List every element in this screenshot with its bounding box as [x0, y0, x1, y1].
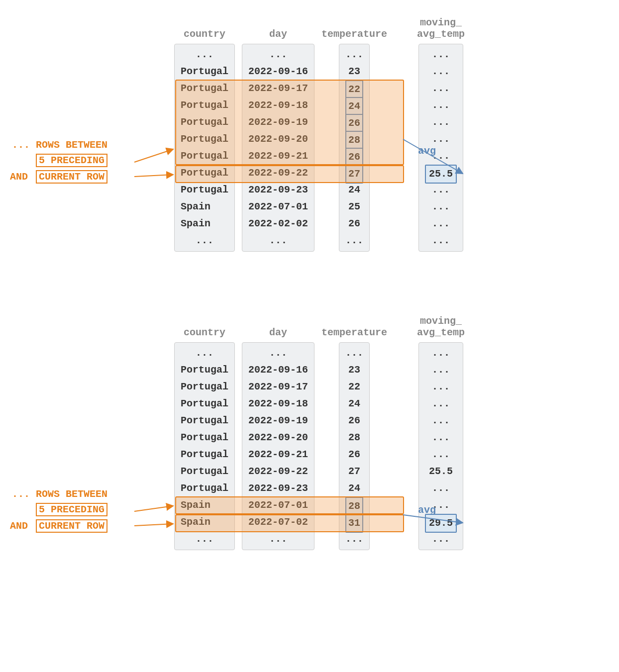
day-cell: ... — [242, 46, 314, 63]
preceding-label: 5 PRECEDING — [36, 503, 107, 516]
day-cell: 2022-09-20 — [242, 429, 314, 446]
day-cell: 2022-09-19 — [242, 412, 314, 429]
temperature-cell: 28 — [339, 497, 369, 514]
country-cell: Portugal — [175, 148, 234, 165]
temperature-cell: 24 — [339, 480, 369, 497]
svg-line-4 — [134, 524, 173, 526]
column-day: day ...2022-09-162022-09-172022-09-18202… — [242, 308, 314, 550]
day-cell: 2022-07-01 — [242, 497, 314, 514]
window-clause-labels: ... ROWS BETWEEN 5 PRECEDING AND CURRENT… — [10, 139, 107, 187]
country-cell: Portugal — [175, 429, 234, 446]
temperature-cell: 22 — [339, 80, 369, 97]
temperature-cell: 27 — [339, 463, 369, 480]
window-clause-labels: ... ROWS BETWEEN 5 PRECEDING AND CURRENT… — [10, 488, 107, 536]
svg-line-1 — [134, 175, 173, 177]
moving-avg-cell: ... — [419, 362, 463, 379]
temperature-cell: 28 — [339, 131, 369, 148]
country-cell: Spain — [175, 514, 234, 531]
day-cell: 2022-09-23 — [242, 480, 314, 497]
moving-avg-cell: ... — [419, 46, 463, 63]
country-cell: ... — [175, 345, 234, 362]
day-cell: 2022-09-19 — [242, 114, 314, 131]
avg-arrow-label: avg — [418, 145, 436, 157]
temperature-cell: 24 — [339, 395, 369, 412]
column-country: country ...PortugalPortugalPortugalPortu… — [174, 308, 235, 550]
day-cell: 2022-09-21 — [242, 148, 314, 165]
moving-avg-cell: ... — [419, 114, 463, 131]
header-moving-avg: moving_ avg_temp — [417, 10, 465, 40]
svg-line-3 — [134, 506, 173, 511]
country-cell: Portugal — [175, 131, 234, 148]
diagram-moving-avg-2: ... ROWS BETWEEN 5 PRECEDING AND CURRENT… — [10, 308, 609, 567]
column-temperature: temperature ...23222426282627242526... — [321, 10, 387, 252]
day-cell: ... — [242, 232, 314, 249]
column-country: country ...PortugalPortugalPortugalPortu… — [174, 10, 235, 252]
moving-avg-cell: ... — [419, 480, 463, 497]
and-label: AND — [10, 520, 28, 532]
day-cell: 2022-02-02 — [242, 215, 314, 232]
temperature-cell: 23 — [339, 63, 369, 80]
header-country: country — [184, 10, 225, 40]
moving-avg-cell: 25.5 — [419, 165, 463, 182]
column-day: day ...2022-09-162022-09-172022-09-18202… — [242, 10, 314, 252]
temperature-cell: ... — [339, 345, 369, 362]
country-cell: Portugal — [175, 114, 234, 131]
current-row-label: CURRENT ROW — [36, 170, 107, 184]
svg-line-0 — [134, 149, 173, 162]
day-cell: 2022-09-16 — [242, 63, 314, 80]
country-cell: Portugal — [175, 80, 234, 97]
day-cell: 2022-09-23 — [242, 182, 314, 198]
day-cell: 2022-09-17 — [242, 80, 314, 97]
country-cell: Portugal — [175, 412, 234, 429]
moving-avg-cell: ... — [419, 345, 463, 362]
temperature-cell: 25 — [339, 198, 369, 215]
moving-avg-cell: ... — [419, 97, 463, 114]
temperature-cell: 26 — [339, 114, 369, 131]
header-moving-avg: moving_ avg_temp — [417, 308, 465, 338]
temperature-cell: ... — [339, 232, 369, 249]
column-moving-avg: moving_ avg_temp .....................25… — [417, 10, 465, 252]
moving-avg-cell: ... — [419, 379, 463, 395]
day-cell: 2022-09-22 — [242, 463, 314, 480]
rows-between-label: ... ROWS BETWEEN — [12, 488, 107, 500]
temperature-cell: 24 — [339, 182, 369, 198]
day-cell: ... — [242, 531, 314, 548]
temperature-cell: 27 — [339, 165, 369, 182]
diagram-moving-avg-1: ... ROWS BETWEEN 5 PRECEDING AND CURRENT… — [10, 10, 609, 269]
temperature-cell: ... — [339, 531, 369, 548]
moving-avg-cell: ... — [419, 232, 463, 249]
temperature-cell: 26 — [339, 446, 369, 463]
country-cell: Portugal — [175, 379, 234, 395]
temperature-cell: 23 — [339, 362, 369, 379]
country-cell: Spain — [175, 497, 234, 514]
country-cell: Spain — [175, 198, 234, 215]
country-cell: Portugal — [175, 182, 234, 198]
day-cell: 2022-09-17 — [242, 379, 314, 395]
moving-avg-cell: ... — [419, 531, 463, 548]
moving-avg-cell: ... — [419, 429, 463, 446]
country-cell: Spain — [175, 215, 234, 232]
moving-avg-cell: ... — [419, 80, 463, 97]
temperature-cell: 26 — [339, 148, 369, 165]
day-cell: 2022-09-18 — [242, 395, 314, 412]
day-cell: 2022-09-21 — [242, 446, 314, 463]
temperature-cell: 22 — [339, 379, 369, 395]
country-cell: Portugal — [175, 362, 234, 379]
data-table-1: country ...PortugalPortugalPortugalPortu… — [174, 10, 465, 252]
country-cell: Portugal — [175, 63, 234, 80]
moving-avg-cell: ... — [419, 395, 463, 412]
country-cell: Portugal — [175, 480, 234, 497]
column-temperature: temperature ...23222426282627242831... — [321, 308, 387, 550]
moving-avg-cell: ... — [419, 63, 463, 80]
header-temperature: temperature — [321, 308, 387, 338]
moving-avg-cell: ... — [419, 182, 463, 198]
day-cell: 2022-09-20 — [242, 131, 314, 148]
preceding-label: 5 PRECEDING — [36, 154, 107, 167]
temperature-cell: ... — [339, 46, 369, 63]
header-country: country — [184, 308, 225, 338]
day-cell: 2022-07-02 — [242, 514, 314, 531]
moving-avg-cell: ... — [419, 198, 463, 215]
country-cell: ... — [175, 46, 234, 63]
country-cell: ... — [175, 232, 234, 249]
temperature-cell: 31 — [339, 514, 369, 531]
